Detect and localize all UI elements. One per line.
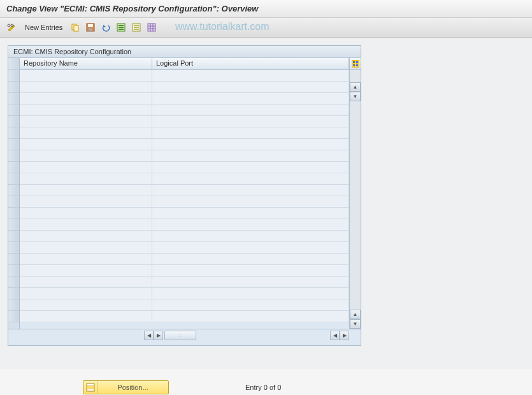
scroll-left-button[interactable]: ◀: [144, 331, 154, 340]
grid-header: Repository Name Logical Port: [20, 58, 349, 70]
row-selector[interactable]: [8, 299, 19, 311]
svg-rect-24: [356, 64, 358, 66]
svg-rect-28: [87, 386, 94, 389]
table-row[interactable]: [20, 82, 349, 93]
save-button[interactable]: [83, 20, 97, 34]
grid-container: Repository Name Logical Port: [8, 58, 361, 329]
entry-count-text: Entry 0 of 0: [245, 384, 281, 391]
table-row[interactable]: [20, 173, 349, 185]
copy-button[interactable]: [68, 20, 82, 34]
row-selector[interactable]: [8, 173, 19, 185]
select-all-rows[interactable]: [8, 58, 19, 70]
row-selector[interactable]: [8, 139, 19, 150]
table-row[interactable]: [20, 288, 349, 299]
triangle-down-icon: ▼: [353, 94, 358, 99]
grid-body: Repository Name Logical Port: [20, 58, 349, 329]
table-row[interactable]: [20, 265, 349, 276]
svg-rect-21: [353, 61, 355, 63]
pencil-glasses-icon: [7, 23, 17, 32]
grid-rows: [20, 70, 349, 322]
scroll-up-button[interactable]: ▲: [350, 82, 361, 92]
table-row[interactable]: [20, 311, 349, 322]
row-selector[interactable]: [8, 219, 19, 231]
position-icon: [83, 381, 97, 394]
table-row[interactable]: [20, 162, 349, 173]
table-row[interactable]: [20, 104, 349, 116]
table-row[interactable]: [20, 299, 349, 311]
table-row[interactable]: [20, 116, 349, 127]
select-all-icon: [117, 23, 126, 32]
undo-button[interactable]: [99, 20, 113, 34]
row-selector[interactable]: [8, 150, 19, 162]
row-selector[interactable]: [8, 276, 19, 288]
triangle-right-icon: ▶: [343, 333, 347, 338]
table-row[interactable]: [20, 127, 349, 139]
config-panel: ECMI: CMIS Repository Configuration: [8, 45, 361, 346]
svg-rect-14: [134, 29, 139, 30]
column-config-button[interactable]: [349, 58, 361, 70]
toolbar: New Entries www.tutorialkart.com: [0, 18, 532, 38]
row-selector[interactable]: [8, 127, 19, 139]
column-header-repository-name[interactable]: Repository Name: [20, 58, 152, 69]
svg-rect-20: [352, 60, 359, 68]
table-row[interactable]: [20, 242, 349, 254]
column-header-logical-port[interactable]: Logical Port: [152, 58, 349, 69]
scroll-thumb[interactable]: :::: [164, 331, 196, 340]
scroll-down-button[interactable]: ▼: [350, 92, 361, 101]
row-selector-column: [8, 58, 20, 329]
row-selector[interactable]: [8, 185, 19, 196]
row-selector[interactable]: [8, 208, 19, 219]
triangle-up-icon: ▲: [353, 84, 358, 90]
scroll-down-button-bottom[interactable]: ▼: [350, 319, 361, 329]
row-selector[interactable]: [8, 231, 19, 242]
position-button[interactable]: Position...: [83, 380, 169, 394]
change-toggle-button[interactable]: [5, 20, 19, 34]
row-selector[interactable]: [8, 93, 19, 104]
svg-point-0: [8, 24, 10, 27]
select-all-button[interactable]: [114, 20, 128, 34]
table-row[interactable]: [20, 139, 349, 150]
row-selector[interactable]: [8, 196, 19, 208]
table-row[interactable]: [20, 254, 349, 265]
table-settings-button[interactable]: [145, 20, 159, 34]
undo-icon: [101, 23, 110, 32]
scroll-right-end-button[interactable]: ▶: [340, 331, 349, 340]
table-row[interactable]: [20, 231, 349, 242]
row-selector[interactable]: [8, 70, 19, 82]
row-selector[interactable]: [8, 288, 19, 299]
row-selector[interactable]: [8, 254, 19, 265]
scroll-left-end-button[interactable]: ◀: [330, 331, 340, 340]
svg-rect-6: [89, 28, 92, 31]
row-selector[interactable]: [8, 311, 19, 322]
svg-rect-23: [353, 64, 355, 66]
svg-rect-12: [134, 25, 139, 26]
position-button-label: Position...: [97, 384, 168, 391]
table-row[interactable]: [20, 196, 349, 208]
table-config-icon: [352, 60, 359, 68]
table-row[interactable]: [20, 276, 349, 288]
table-row[interactable]: [20, 70, 349, 82]
svg-rect-22: [356, 61, 358, 63]
table-row[interactable]: [20, 219, 349, 231]
row-selector[interactable]: [8, 82, 19, 93]
diskette-icon: [86, 23, 95, 32]
table-row[interactable]: [20, 208, 349, 219]
scroll-up-button-bottom[interactable]: ▲: [350, 310, 361, 319]
table-row[interactable]: [20, 150, 349, 162]
row-selector[interactable]: [8, 104, 19, 116]
row-selector[interactable]: [8, 162, 19, 173]
watermark: www.tutorialkart.com: [175, 21, 270, 32]
table-row[interactable]: [20, 185, 349, 196]
svg-rect-9: [119, 27, 124, 28]
row-selector[interactable]: [8, 242, 19, 254]
new-entries-button[interactable]: New Entries: [20, 20, 67, 34]
scroll-right-button[interactable]: ▶: [154, 331, 163, 340]
triangle-down-icon: ▼: [353, 321, 358, 327]
horizontal-scrollbar: ◀ ▶ ::: ◀ ▶: [8, 329, 361, 341]
deselect-all-button[interactable]: [129, 20, 143, 34]
row-selector[interactable]: [8, 265, 19, 276]
deselect-all-icon: [132, 23, 141, 32]
table-row[interactable]: [20, 93, 349, 104]
page-title: Change View "ECMI: CMIS Repository Confi…: [0, 0, 532, 18]
row-selector[interactable]: [8, 116, 19, 127]
